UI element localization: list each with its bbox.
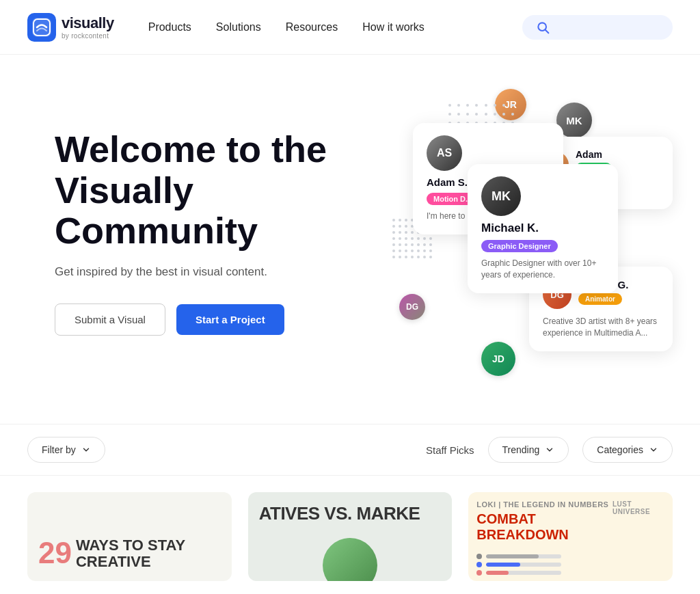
avatar-michael: MK: [481, 176, 521, 216]
hero-section: Welcome to the Visually Community Get in…: [0, 55, 700, 424]
staff-picks-label[interactable]: Staff Picks: [426, 444, 474, 456]
content-card-2[interactable]: ATIVES VS. MARKE: [248, 492, 453, 581]
main-nav: Products Solutions Resources How it work…: [148, 21, 522, 33]
desc-daniela: Creative 3D artist with 8+ years experie…: [543, 316, 659, 339]
card-3-bars: [476, 554, 664, 576]
content-card-3[interactable]: LOKI | THE LEGEND IN NUMBERS COMBAT BREA…: [468, 492, 673, 581]
card-number: 29: [38, 536, 72, 570]
filter-by-button[interactable]: Filter by: [27, 437, 105, 463]
card-3-eyebrow: LOKI | THE LEGEND IN NUMBERS: [476, 500, 612, 509]
hero-title: Welcome to the Visually Community: [55, 129, 358, 251]
profile-name-michael: Michael K.: [481, 221, 604, 235]
nav-how-it-works[interactable]: How it works: [362, 21, 425, 33]
avatar-adam: AS: [427, 135, 462, 171]
start-project-button[interactable]: Start a Project: [176, 304, 284, 335]
trending-chevron-icon: [545, 445, 554, 455]
hero-buttons: Submit a Visual Start a Project: [55, 303, 358, 336]
card-text: WAYS TO STAY CREATIVE: [76, 537, 221, 570]
search-bar[interactable]: [522, 15, 673, 40]
search-icon: [536, 21, 550, 34]
logo-name: visually: [62, 14, 114, 32]
categories-chevron-icon: [649, 445, 658, 455]
header: visually by rockcontent Products Solutio…: [0, 0, 700, 55]
desc-michael: Graphic Designer with over 10+ years of …: [481, 258, 604, 281]
logo[interactable]: visually by rockcontent: [27, 13, 114, 42]
card-3-brand: LUST UNIVERSE: [612, 500, 664, 515]
card-3-title: COMBAT BREAKDOWN: [476, 511, 612, 543]
toolbar: Filter by Staff Picks Trending Categorie…: [0, 424, 700, 476]
hero-subtitle: Get inspired by the best in visual conte…: [55, 265, 358, 279]
badge-michael: Graphic Designer: [481, 240, 558, 252]
trending-button[interactable]: Trending: [488, 437, 569, 463]
content-cards: 29 WAYS TO STAY CREATIVE ATIVES VS. MARK…: [0, 476, 700, 594]
profile-scene: JR MK for(let i=0;i<64;i++) document.wri…: [358, 82, 673, 383]
avatar-small-bl: DG: [399, 294, 425, 320]
profile-card-michael: MK Michael K. Graphic Designer Graphic D…: [468, 164, 618, 293]
nav-solutions[interactable]: Solutions: [216, 21, 261, 33]
profile-name-right-adam: Adam: [576, 149, 612, 160]
submit-visual-button[interactable]: Submit a Visual: [55, 303, 165, 336]
badge-daniela: Animator: [578, 293, 622, 305]
filter-chevron-icon: [81, 445, 91, 455]
nav-resources[interactable]: Resources: [286, 21, 338, 33]
logo-icon: [27, 13, 56, 42]
avatar-bottom: JD: [481, 342, 515, 376]
hero-left: Welcome to the Visually Community Get in…: [55, 129, 358, 335]
hero-right: JR MK for(let i=0;i<64;i++) document.wri…: [358, 82, 673, 383]
content-card-1[interactable]: 29 WAYS TO STAY CREATIVE: [27, 492, 232, 581]
card-2-text: ATIVES VS. MARKE: [248, 492, 453, 535]
logo-sub: by rockcontent: [62, 32, 114, 40]
card-1-content: 29 WAYS TO STAY CREATIVE: [38, 536, 221, 570]
card-2-visual: [248, 535, 453, 581]
svg-line-4: [546, 29, 549, 33]
nav-products[interactable]: Products: [148, 21, 191, 33]
categories-button[interactable]: Categories: [582, 437, 673, 463]
